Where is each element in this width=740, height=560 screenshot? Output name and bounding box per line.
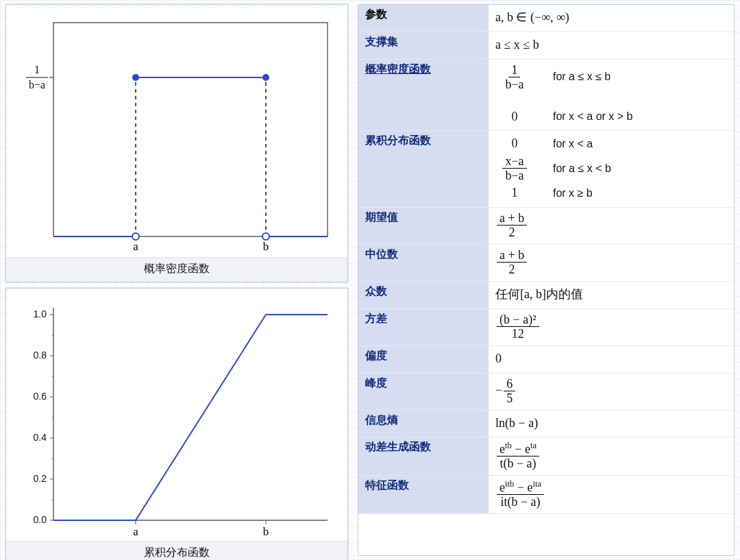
label-skewness: 偏度	[358, 345, 489, 373]
label-kurtosis: 峰度	[358, 373, 489, 410]
value-pdf: 1b−a for a ≤ x ≤ b 0 for x < a or x > b	[489, 59, 734, 131]
svg-text:1: 1	[34, 64, 40, 75]
svg-point-13	[262, 74, 269, 81]
label-parameters: 参数	[358, 5, 489, 32]
label-mode: 众数	[358, 281, 489, 308]
svg-text:a: a	[133, 525, 138, 538]
label-mgf: 动差生成函数	[358, 437, 489, 476]
label-cdf: 累积分布函数	[358, 131, 489, 208]
svg-text:0.4: 0.4	[34, 432, 47, 443]
cdf-chart: 0.0 0.2 0.4 0.6 0.8 1.0 a b	[12, 294, 341, 541]
row-variance: 方差 (b − a)²12	[358, 308, 734, 345]
label-cf: 特征函数	[358, 476, 489, 514]
value-entropy: ln(b − a)	[489, 410, 734, 437]
svg-text:1.0: 1.0	[34, 308, 47, 319]
pdf-chart: 1 b−a a b	[12, 10, 341, 257]
value-support: a ≤ x ≤ b	[489, 32, 734, 59]
svg-text:b: b	[263, 240, 269, 253]
svg-text:b−a: b−a	[29, 79, 45, 90]
value-kurtosis: −65	[489, 373, 734, 410]
value-mean: a + b2	[489, 207, 734, 244]
label-pdf[interactable]: 概率密度函数	[358, 59, 489, 131]
row-cf: 特征函数 eitb − eitait(b − a)	[358, 476, 734, 514]
row-mgf: 动差生成函数 etb − etat(b − a)	[358, 437, 734, 476]
left-column: 1 b−a a b	[5, 4, 348, 556]
svg-text:0.8: 0.8	[34, 350, 47, 361]
value-cdf: 0for x < a x−ab−afor a ≤ x < b 1for x ≥ …	[489, 131, 734, 208]
cdf-caption: 累积分布函数	[6, 541, 347, 560]
value-mode: 任何[a, b]内的值	[489, 281, 734, 308]
label-support: 支撑集	[358, 32, 489, 59]
properties-table: 参数 a, b ∈ (−∞, ∞) 支撑集 a ≤ x ≤ b 概率密度函数 1…	[358, 5, 734, 514]
pdf-chart-card: 1 b−a a b	[5, 4, 348, 282]
label-entropy: 信息熵	[358, 410, 489, 437]
svg-point-12	[132, 74, 139, 81]
row-entropy: 信息熵 ln(b − a)	[358, 410, 734, 437]
label-variance: 方差	[358, 308, 489, 345]
svg-text:b: b	[263, 525, 269, 538]
row-mean: 期望值 a + b2	[358, 207, 734, 244]
svg-point-14	[132, 233, 139, 240]
svg-text:0.6: 0.6	[34, 391, 47, 402]
svg-text:a: a	[133, 240, 138, 253]
pdf-caption: 概率密度函数	[6, 257, 347, 282]
value-parameters: a, b ∈ (−∞, ∞)	[489, 5, 734, 32]
svg-point-15	[262, 233, 269, 240]
svg-text:0.2: 0.2	[34, 473, 47, 484]
label-median: 中位数	[358, 244, 489, 281]
row-support: 支撑集 a ≤ x ≤ b	[358, 32, 734, 59]
row-kurtosis: 峰度 −65	[358, 373, 734, 410]
value-skewness: 0	[489, 345, 734, 373]
row-median: 中位数 a + b2	[358, 244, 734, 281]
svg-text:0.0: 0.0	[34, 514, 47, 525]
page-root: 1 b−a a b	[0, 0, 740, 560]
properties-panel: 参数 a, b ∈ (−∞, ∞) 支撑集 a ≤ x ≤ b 概率密度函数 1…	[358, 4, 735, 556]
label-mean: 期望值	[358, 207, 489, 244]
row-parameters: 参数 a, b ∈ (−∞, ∞)	[358, 5, 734, 32]
row-skewness: 偏度 0	[358, 345, 734, 373]
value-variance: (b − a)²12	[489, 308, 734, 345]
value-cf: eitb − eitait(b − a)	[489, 476, 734, 514]
value-median: a + b2	[489, 244, 734, 281]
row-pdf: 概率密度函数 1b−a for a ≤ x ≤ b 0 for x < a or…	[358, 59, 734, 131]
row-mode: 众数 任何[a, b]内的值	[358, 281, 734, 308]
row-cdf: 累积分布函数 0for x < a x−ab−afor a ≤ x < b 1f…	[358, 131, 734, 208]
svg-rect-0	[53, 23, 328, 236]
value-mgf: etb − etat(b − a)	[489, 437, 734, 476]
cdf-chart-card: 0.0 0.2 0.4 0.6 0.8 1.0 a b 累积分布函数	[5, 288, 348, 560]
